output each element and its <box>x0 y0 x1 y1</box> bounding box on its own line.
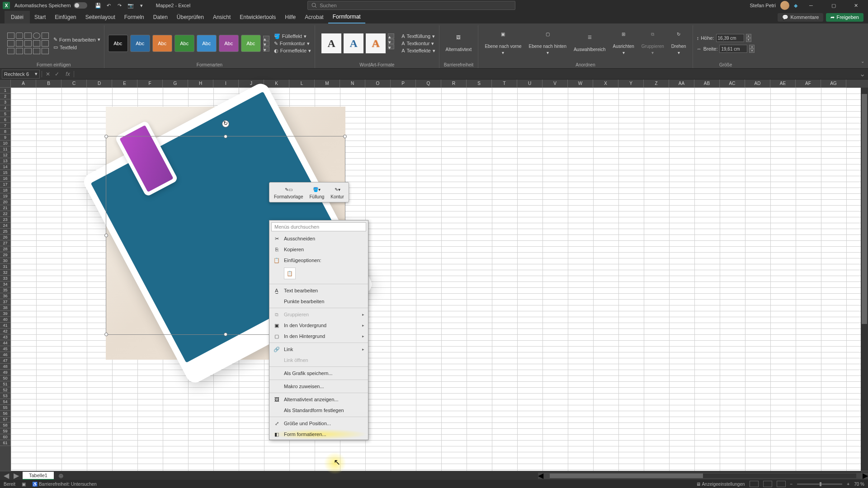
row-header[interactable]: 27 <box>0 240 11 246</box>
zoom-out-button[interactable]: − <box>790 482 793 487</box>
column-header[interactable]: L <box>289 80 315 88</box>
next-sheet-icon[interactable]: ▶ <box>14 471 19 480</box>
cm-format-shape[interactable]: ◧Form formatieren... <box>269 429 368 440</box>
row-header[interactable]: 24 <box>0 223 11 229</box>
resize-handle-bm[interactable] <box>224 333 227 336</box>
context-search-input[interactable]: Menüs durchsuchen <box>271 222 366 231</box>
row-header[interactable]: 50 <box>0 375 11 381</box>
minimize-button[interactable]: ─ <box>802 0 820 11</box>
column-header[interactable]: U <box>517 80 542 88</box>
column-header[interactable]: O <box>365 80 391 88</box>
horizontal-scrollbar[interactable]: ◀▶ <box>538 473 868 479</box>
column-header[interactable]: Q <box>416 80 441 88</box>
cm-link[interactable]: 🔗Link▸ <box>269 344 368 355</box>
prev-sheet-icon[interactable]: ◀ <box>4 471 9 480</box>
sheet-tab[interactable]: Tabelle1 <box>23 472 54 480</box>
row-header[interactable]: 14 <box>0 164 11 170</box>
wordart-scroll[interactable]: ▴▾▾ <box>388 33 394 53</box>
row-header[interactable]: 3 <box>0 99 11 105</box>
row-header[interactable]: 28 <box>0 246 11 252</box>
toggle-switch[interactable] <box>74 2 87 9</box>
row-header[interactable]: 10 <box>0 141 11 146</box>
share-button[interactable]: ➦ Freigeben <box>826 13 863 22</box>
row-header[interactable]: 11 <box>0 146 11 152</box>
row-header[interactable]: 6 <box>0 117 11 123</box>
row-header[interactable]: 53 <box>0 393 11 399</box>
column-header[interactable]: AC <box>720 80 745 88</box>
row-header[interactable]: 23 <box>0 217 11 223</box>
row-header[interactable]: 20 <box>0 199 11 205</box>
cm-cut[interactable]: ✂Ausschneiden <box>269 233 368 244</box>
textbox-button[interactable]: ▭Textfeld <box>53 44 100 50</box>
column-header[interactable]: V <box>542 80 568 88</box>
row-header[interactable]: 39 <box>0 311 11 317</box>
width-spinner[interactable]: ▴▾ <box>749 45 755 53</box>
comments-button[interactable]: 💬 Kommentare <box>778 13 823 22</box>
undo-icon[interactable]: ↶ <box>104 1 113 10</box>
row-header[interactable]: 12 <box>0 152 11 158</box>
row-header[interactable]: 8 <box>0 129 11 135</box>
text-effects-button[interactable]: ATexteffekte ▾ <box>401 48 435 54</box>
avatar[interactable] <box>780 1 789 10</box>
text-fill-button[interactable]: ATextfüllung ▾ <box>401 33 435 39</box>
column-header[interactable]: K <box>264 80 289 88</box>
row-header[interactable]: 59 <box>0 428 11 434</box>
row-header[interactable]: 48 <box>0 364 11 370</box>
width-input[interactable] <box>719 45 747 53</box>
row-header[interactable]: 57 <box>0 417 11 422</box>
cm-size-position[interactable]: ⤢Größe und Position... <box>269 418 368 429</box>
height-spinner[interactable]: ▴▾ <box>746 34 751 42</box>
column-header[interactable]: P <box>391 80 416 88</box>
row-header[interactable]: 17 <box>0 182 11 188</box>
cm-assign-macro[interactable]: Makro zuweisen... <box>269 381 368 392</box>
row-header[interactable]: 16 <box>0 176 11 182</box>
row-header[interactable]: 43 <box>0 334 11 340</box>
maximize-button[interactable]: ▢ <box>825 0 843 11</box>
column-header[interactable]: AA <box>669 80 694 88</box>
row-header[interactable]: 41 <box>0 323 11 328</box>
row-header[interactable]: 35 <box>0 287 11 293</box>
column-header[interactable]: Z <box>644 80 669 88</box>
column-header[interactable]: G <box>163 80 188 88</box>
tab-formulas[interactable]: Formeln <box>120 11 149 23</box>
tab-file[interactable]: Datei <box>5 11 30 23</box>
shape-style-gallery[interactable]: Abc Abc Abc Abc Abc Abc Abc ▴▾▾ <box>108 35 269 52</box>
row-header[interactable]: 4 <box>0 105 11 111</box>
accept-icon[interactable]: ✓ <box>53 71 61 77</box>
column-header[interactable]: X <box>593 80 618 88</box>
tab-help[interactable]: Hilfe <box>280 11 300 23</box>
row-header[interactable]: 13 <box>0 158 11 164</box>
user-name[interactable]: Stefan Petri <box>750 3 776 8</box>
camera-icon[interactable]: 📷 <box>126 1 135 10</box>
tab-view[interactable]: Ansicht <box>208 11 235 23</box>
cm-save-graphic[interactable]: Als Grafik speichern... <box>269 368 368 379</box>
rotate-button[interactable]: ↻Drehen▾ <box>669 32 689 55</box>
tab-page-layout[interactable]: Seitenlayout <box>81 11 120 23</box>
bring-forward-button[interactable]: ▣Ebene nach vorne▾ <box>482 32 524 55</box>
row-header[interactable]: 29 <box>0 252 11 258</box>
row-header[interactable]: 30 <box>0 258 11 264</box>
resize-handle-tl[interactable] <box>104 135 108 138</box>
save-icon[interactable]: 💾 <box>94 1 103 10</box>
column-header[interactable]: AD <box>745 80 770 88</box>
column-header[interactable]: T <box>492 80 517 88</box>
column-header[interactable]: AE <box>770 80 796 88</box>
alt-text-button[interactable]: 🖼 Alternativtext <box>443 35 475 52</box>
paste-button[interactable]: 📋 <box>284 267 296 279</box>
edit-shape-button[interactable]: ✎Form bearbeiten ▾ <box>53 37 100 42</box>
formula-expand-icon[interactable]: ⌄ <box>857 70 868 78</box>
cm-alt-text[interactable]: 🖼Alternativtext anzeigen... <box>269 394 368 405</box>
tab-acrobat[interactable]: Acrobat <box>300 11 328 23</box>
selection-pane-button[interactable]: ☰Auswahlbereich <box>571 35 609 52</box>
column-header[interactable]: AF <box>796 80 821 88</box>
row-header[interactable]: 46 <box>0 352 11 358</box>
row-header[interactable]: 36 <box>0 293 11 299</box>
accessibility-status[interactable]: ♿ Barrierefreiheit: Untersuchen <box>32 482 97 487</box>
close-button[interactable]: ✕ <box>847 0 865 11</box>
row-header[interactable]: 34 <box>0 282 11 287</box>
cells-area[interactable] <box>11 88 868 471</box>
cm-edit-points[interactable]: Punkte bearbeiten <box>269 296 368 307</box>
cm-edit-text[interactable]: A̲Text bearbeiten <box>269 285 368 296</box>
row-header[interactable]: 15 <box>0 170 11 176</box>
resize-handle-ml[interactable] <box>104 234 108 237</box>
